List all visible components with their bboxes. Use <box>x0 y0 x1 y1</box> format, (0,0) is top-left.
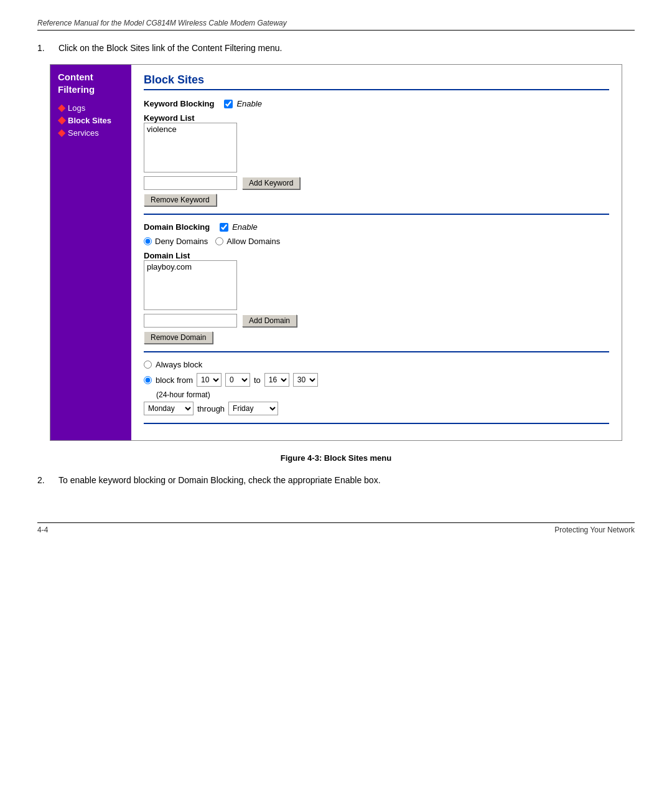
domain-blocking-row: Domain Blocking Enable <box>144 222 609 232</box>
sidebar-item-blocksites[interactable]: ◆ Block Sites <box>58 115 124 125</box>
domain-blocking-label: Domain Blocking <box>144 222 210 232</box>
section-rule-1 <box>144 214 609 215</box>
section-rule-2 <box>144 351 609 352</box>
step1-text: Click on the Block Sites link of the Con… <box>58 43 282 53</box>
to-hour-select[interactable]: 0123 4567 891011 12131415 16171819 20212… <box>264 373 289 387</box>
allow-domains-label: Allow Domains <box>226 237 280 246</box>
allow-domains-radio[interactable] <box>215 237 223 245</box>
keyword-input[interactable] <box>144 176 237 190</box>
always-block-row: Always block <box>144 360 609 369</box>
to-label: to <box>254 375 261 385</box>
domain-list-label: Domain List <box>144 251 609 260</box>
block-from-row: block from 10 0123 4567 891112 13141516 … <box>144 373 609 387</box>
keyword-enable-checkbox[interactable] <box>224 100 233 108</box>
deny-domains-option[interactable]: Deny Domains <box>144 237 208 246</box>
deny-domains-radio[interactable] <box>144 237 152 245</box>
keyword-blocking-row: Keyword Blocking Enable <box>144 99 609 108</box>
always-block-radio[interactable] <box>144 361 152 369</box>
through-label: through <box>197 404 225 413</box>
section-rule-3 <box>144 423 609 424</box>
always-block-option[interactable]: Always block <box>144 360 202 369</box>
keyword-add-row: Add Keyword <box>144 176 609 190</box>
format-note: (24-hour format) <box>156 390 609 399</box>
add-domain-button[interactable]: Add Domain <box>242 314 297 327</box>
always-block-label: Always block <box>156 360 202 369</box>
sidebar-item-logs[interactable]: ◆ Logs <box>58 103 124 113</box>
step2-number: 2. <box>37 475 52 485</box>
domain-add-row: Add Domain <box>144 314 609 328</box>
block-from-option[interactable]: block from <box>144 375 193 385</box>
day-row: Sunday Monday TuesdayWednesdayThursday F… <box>144 402 609 415</box>
start-day-select[interactable]: Sunday Monday TuesdayWednesdayThursday F… <box>144 402 194 415</box>
deny-domains-label: Deny Domains <box>155 237 208 246</box>
sidebar-label-blocksites: Block Sites <box>68 116 111 125</box>
domain-type-row: Deny Domains Allow Domains <box>144 237 609 246</box>
keyword-enable-label: Enable <box>236 99 261 108</box>
bullet-icon: ◆ <box>58 128 65 138</box>
remove-domain-button[interactable]: Remove Domain <box>144 331 213 344</box>
remove-keyword-button[interactable]: Remove Keyword <box>144 194 217 206</box>
footer: 4-4 Protecting Your Network <box>37 526 635 534</box>
content-title-rule <box>144 89 609 90</box>
figure-caption: Figure 4-3: Block Sites menu <box>37 453 635 463</box>
step1: 1. Click on the Block Sites link of the … <box>37 43 635 53</box>
content-panel: Block Sites Keyword Blocking Enable Keyw… <box>131 65 622 440</box>
allow-domains-option[interactable]: Allow Domains <box>215 237 280 246</box>
header-rule <box>37 30 635 31</box>
sidebar-label-services: Services <box>68 128 99 138</box>
step1-number: 1. <box>37 43 52 53</box>
from-min-select[interactable]: 0153045 <box>225 373 250 387</box>
end-day-select[interactable]: SundayMondayTuesday WednesdayThursday Fr… <box>228 402 278 415</box>
sidebar-title: Content Filtering <box>58 71 124 95</box>
sidebar-item-services[interactable]: ◆ Services <box>58 128 124 138</box>
keyword-blocking-label: Keyword Blocking <box>144 99 214 108</box>
bullet-icon: ◆ <box>58 103 65 113</box>
domain-enable-label: Enable <box>232 222 257 232</box>
block-from-radio[interactable] <box>144 376 152 384</box>
time-section: Always block block from 10 0123 4567 891… <box>144 360 609 415</box>
domain-list-box[interactable]: playboy.com <box>144 260 237 310</box>
step2-text: To enable keyword blocking or Domain Blo… <box>58 475 381 485</box>
from-hour-select[interactable]: 10 0123 4567 891112 13141516 17181920 21… <box>197 373 222 387</box>
sidebar: Content Filtering ◆ Logs ◆ Block Sites ◆… <box>50 65 131 440</box>
footer-right: Protecting Your Network <box>554 526 635 534</box>
keyword-list-item: violence <box>147 125 234 134</box>
sidebar-label-logs: Logs <box>68 103 85 113</box>
domain-input[interactable] <box>144 314 237 328</box>
content-title: Block Sites <box>144 73 609 87</box>
footer-rule <box>37 522 635 523</box>
add-keyword-button[interactable]: Add Keyword <box>242 177 300 189</box>
keyword-list-box[interactable]: violence <box>144 123 237 172</box>
figure-container: Content Filtering ◆ Logs ◆ Block Sites ◆… <box>50 64 622 441</box>
footer-left: 4-4 <box>37 526 48 534</box>
bullet-icon: ◆ <box>58 115 65 125</box>
domain-enable-checkbox[interactable] <box>220 223 228 232</box>
domain-list-item: playboy.com <box>147 262 234 271</box>
keyword-list-label: Keyword List <box>144 113 609 123</box>
to-min-select[interactable]: 0153045 <box>293 373 318 387</box>
block-from-label: block from <box>156 375 193 385</box>
step2: 2. To enable keyword blocking or Domain … <box>37 475 635 485</box>
page-header: Reference Manual for the Model CG814M Wi… <box>37 19 635 27</box>
